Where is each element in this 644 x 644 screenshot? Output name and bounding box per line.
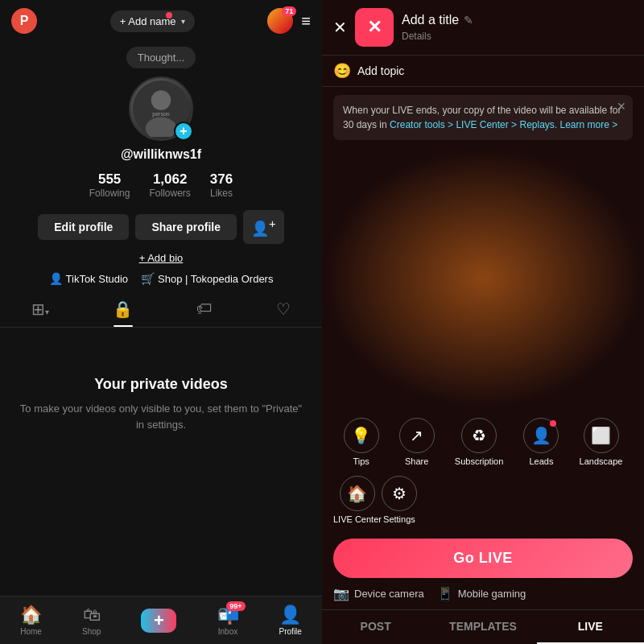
tab-live[interactable]: LIVE — [537, 610, 644, 644]
private-section: Your private videos To make your videos … — [0, 376, 322, 432]
tab-liked[interactable]: ♡ — [266, 296, 300, 322]
left-panel: P + Add name ▾ 71 ≡ Thought... — [0, 0, 322, 644]
close-button[interactable]: ✕ — [333, 18, 347, 37]
stat-followers[interactable]: 1,062 Followers — [149, 171, 190, 199]
info-text: When your LIVE ends, your copy of the vi… — [343, 103, 623, 132]
info-link[interactable]: Creator tools > LIVE Center > Replays. L… — [390, 119, 617, 130]
svg-text:person: person — [152, 111, 170, 118]
tips-icon: 💡 — [344, 418, 379, 453]
add-bio-button[interactable]: + Add bio — [139, 252, 184, 264]
logo-badge[interactable]: P — [11, 8, 37, 34]
avatar-wrapper[interactable]: person + — [129, 76, 193, 141]
live-title-content: Add a title ✎ Details — [402, 13, 633, 42]
private-videos-title: Your private videos — [94, 376, 228, 393]
svg-point-1 — [151, 90, 171, 110]
hamburger-menu-icon[interactable]: ≡ — [301, 12, 311, 31]
go-live-button[interactable]: Go LIVE — [333, 539, 633, 578]
home-icon: 🏠 — [20, 605, 42, 625]
stats-row: 555 Following 1,062 Followers 376 Likes — [89, 171, 233, 199]
settings-icon: ⚙ — [382, 476, 417, 511]
add-avatar-icon[interactable]: + — [174, 122, 193, 141]
live-icon-box: ✕ — [355, 8, 394, 47]
edit-title-icon[interactable]: ✎ — [464, 14, 473, 27]
right-bottom-tabs: POST TEMPLATES LIVE — [322, 609, 644, 644]
leads-notification-dot — [550, 420, 556, 427]
top-bar: P + Add name ▾ 71 ≡ — [0, 0, 322, 42]
info-close-icon[interactable]: ✕ — [617, 100, 626, 113]
tab-videos[interactable]: ⊞▾ — [22, 296, 59, 322]
live-title-text[interactable]: Add a title — [402, 13, 459, 27]
tool-landscape[interactable]: ⬜ Landscape — [580, 418, 623, 466]
details-label: Details — [402, 31, 633, 42]
bottom-nav: 🏠 Home 🛍 Shop + 📬 99+ Inbox 👤 Profile — [0, 596, 322, 644]
tool-live-center[interactable]: 🏠 LIVE Center — [333, 476, 382, 524]
nav-profile[interactable]: 👤 Profile — [279, 605, 302, 636]
tools-row-1: 💡 Tips ↗ Share ♻ Subscription 👤 Leads ⬜ — [333, 418, 633, 466]
mobile-gaming-option[interactable]: 📱 Mobile gaming — [437, 586, 526, 601]
notification-dot — [166, 12, 172, 19]
stat-following[interactable]: 555 Following — [89, 171, 130, 199]
tool-settings[interactable]: ⚙ Settings — [382, 476, 417, 524]
tab-private[interactable]: 🔒 — [103, 296, 142, 322]
topic-row[interactable]: 😊 Add topic — [322, 55, 644, 87]
tool-leads[interactable]: 👤 Leads — [523, 418, 559, 466]
profile-section: person + @williknws1f 555 Following 1,06… — [0, 76, 322, 285]
tab-tagged[interactable]: 🏷 — [187, 296, 222, 322]
inbox-badge: 99+ — [226, 601, 245, 611]
stat-likes[interactable]: 376 Likes — [210, 171, 233, 199]
live-header: ✕ ✕ Add a title ✎ Details — [322, 0, 644, 55]
profile-tabs: ⊞▾ 🔒 🏷 ♡ — [0, 296, 322, 328]
shop-nav-icon: 🛍 — [83, 605, 101, 625]
avatar-container-small[interactable]: 71 — [267, 8, 293, 34]
edit-profile-button[interactable]: Edit profile — [38, 214, 129, 240]
nav-inbox[interactable]: 📬 99+ Inbox — [217, 605, 239, 636]
right-panel: ✕ ✕ Add a title ✎ Details 😊 Add topic Wh… — [322, 0, 644, 644]
profile-nav-icon: 👤 — [279, 605, 301, 625]
shop-link[interactable]: 🛒 Shop | Tokopedia Orders — [141, 272, 273, 285]
avatar-badge: 71 — [282, 6, 296, 16]
live-title-row: Add a title ✎ — [402, 13, 633, 27]
mobile-gaming-icon: 📱 — [437, 586, 453, 601]
topic-text: Add topic — [357, 64, 404, 77]
tool-share[interactable]: ↗ Share — [399, 418, 435, 466]
nav-create-button[interactable]: + — [141, 609, 176, 633]
leads-icon: 👤 — [523, 418, 559, 453]
follow-button[interactable]: 👤+ — [243, 210, 284, 244]
thought-bubble[interactable]: Thought... — [126, 47, 196, 68]
shop-icon: 🛒 — [141, 272, 155, 285]
tab-templates[interactable]: TEMPLATES — [429, 610, 536, 644]
share-icon: ↗ — [399, 418, 435, 453]
topic-emoji: 😊 — [333, 62, 351, 80]
tool-subscription[interactable]: ♻ Subscription — [455, 418, 504, 466]
profile-links: 👤 TikTok Studio 🛒 Shop | Tokopedia Order… — [49, 272, 274, 285]
nav-shop[interactable]: 🛍 Shop — [82, 605, 101, 636]
tiktok-studio-icon: 👤 — [49, 272, 63, 285]
action-buttons: Edit profile Share profile 👤+ — [38, 210, 283, 244]
username-label: @williknws1f — [121, 147, 201, 162]
live-tools: 💡 Tips ↗ Share ♻ Subscription 👤 Leads ⬜ — [322, 408, 644, 539]
device-camera-option[interactable]: 📷 Device camera — [333, 586, 424, 601]
thought-bubble-container: Thought... — [0, 47, 322, 68]
background-preview — [322, 148, 644, 408]
private-videos-description: To make your videos only visible to you,… — [16, 401, 306, 432]
landscape-icon: ⬜ — [584, 418, 619, 453]
top-bar-right: 71 ≡ — [267, 8, 311, 34]
add-name-button[interactable]: + Add name ▾ — [110, 10, 195, 32]
chevron-down-icon: ▾ — [181, 17, 185, 26]
live-center-icon: 🏠 — [340, 476, 375, 511]
share-profile-button[interactable]: Share profile — [135, 214, 237, 240]
tab-post[interactable]: POST — [322, 610, 429, 644]
info-box: When your LIVE ends, your copy of the vi… — [333, 95, 633, 140]
camera-options: 📷 Device camera 📱 Mobile gaming — [322, 578, 644, 609]
nav-home[interactable]: 🏠 Home — [20, 605, 42, 636]
subscription-icon: ♻ — [461, 418, 497, 453]
tool-tips[interactable]: 💡 Tips — [344, 418, 379, 466]
device-camera-icon: 📷 — [333, 586, 349, 601]
tools-row-2: 🏠 LIVE Center ⚙ Settings — [333, 476, 633, 524]
tiktok-studio-link[interactable]: 👤 TikTok Studio — [49, 272, 129, 285]
